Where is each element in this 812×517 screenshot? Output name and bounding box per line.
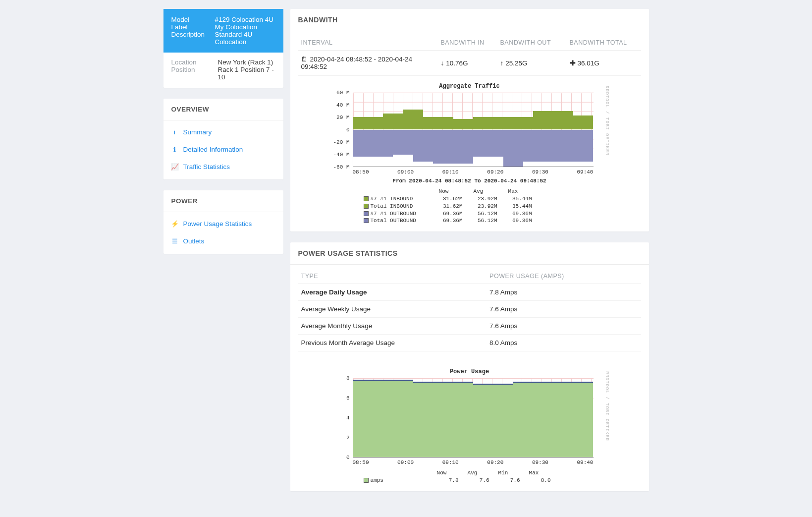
info-position-value: Rack 1 Position 7 - 10 <box>218 66 275 81</box>
power-panel: POWER ⚡ Power Usage Statistics ☰ Outlets <box>163 190 283 254</box>
bw-col-out: BANDWITH OUT <box>497 35 567 51</box>
sidebar-item-label: Power Usage Statistics <box>183 220 252 228</box>
plus-icon: ✚ <box>570 59 576 67</box>
sidebar-item-powerstats[interactable]: ⚡ Power Usage Statistics <box>163 215 283 232</box>
pw-usage: 8.0 Amps <box>487 335 641 351</box>
sidebar-item-outlets[interactable]: ☰ Outlets <box>163 232 283 250</box>
traffic-chart: Aggregate Traffic 60 M40 M20 M0-20 M-40 … <box>331 81 608 225</box>
table-row: Average Weekly Usage7.6 Amps <box>298 301 641 318</box>
rrdtool-label: RRDTOOL / TOBI OETIKER <box>604 86 609 156</box>
traffic-y-axis: 60 M40 M20 M0-20 M-40 M-60 M <box>331 93 352 167</box>
sidebar-item-label: Outlets <box>183 237 205 245</box>
power-card-title: POWER USAGE STATISTICS <box>290 242 649 265</box>
power-plot-area <box>353 378 594 458</box>
traffic-chart-title: Aggregate Traffic <box>331 83 608 90</box>
sidebar-item-summary[interactable]: i Summary <box>163 123 283 141</box>
table-row: 🗓2020-04-24 08:48:52 - 2020-04-24 09:48:… <box>298 51 641 76</box>
pw-col-usage: POWER USAGE (AMPS) <box>487 269 641 284</box>
power-table: TYPE POWER USAGE (AMPS) Average Daily Us… <box>298 269 641 351</box>
bw-col-total: BANDWITH TOTAL <box>567 35 641 51</box>
info-position-label: Position <box>171 66 218 81</box>
sidebar-item-label: Traffic Statistics <box>183 163 230 171</box>
colocation-info-card: Model#129 Colocation 4U LabelMy Colocati… <box>163 9 283 88</box>
traffic-legend: NowAvgMax#7 #1 INBOUND31.62M23.92M35.44M… <box>364 188 608 225</box>
pw-usage: 7.8 Amps <box>487 284 641 301</box>
bandwidth-table: INTERVAL BANDWITH IN BANDWITH OUT BANDWI… <box>298 35 641 76</box>
pw-usage: 7.6 Amps <box>487 318 641 335</box>
bandwidth-card: BANDWITH INTERVAL BANDWITH IN BANDWITH O… <box>290 9 649 231</box>
power-chart: Power Usage 86420 08:5009:0009:1009:2009… <box>331 366 608 484</box>
calendar-icon: 🗓 <box>301 56 308 63</box>
bw-total: 36.01G <box>578 59 599 67</box>
plug-icon: ⚡ <box>171 220 178 228</box>
traffic-chart-subtitle: From 2020-04-24 08:48:52 To 2020-04-24 0… <box>331 178 608 184</box>
rrdtool-label: RRDTOOL / TOBI OETIKER <box>604 371 609 441</box>
info-circle-icon: ℹ <box>171 146 178 153</box>
overview-panel: OVERVIEW i Summary ℹ Detailed Informatio… <box>163 99 283 179</box>
info-location-value: New York (Rack 1) <box>218 58 275 66</box>
list-icon: ☰ <box>171 237 178 245</box>
power-title: POWER <box>163 190 283 212</box>
arrow-up-icon: ↑ <box>500 59 504 67</box>
traffic-x-axis: 08:5009:0009:1009:2009:3009:40 <box>353 169 594 175</box>
info-icon: i <box>171 128 178 136</box>
info-location-label: Location <box>171 58 218 66</box>
pw-type: Previous Month Average Usage <box>298 335 487 351</box>
sidebar-item-label: Detailed Information <box>183 146 243 153</box>
overview-title: OVERVIEW <box>163 99 283 120</box>
arrow-down-icon: ↓ <box>441 59 444 67</box>
bandwidth-title: BANDWITH <box>290 9 649 31</box>
bw-col-interval: INTERVAL <box>298 35 438 51</box>
bw-interval: 2020-04-24 08:48:52 - 2020-04-24 09:48:5… <box>301 56 412 70</box>
pw-type: Average Daily Usage <box>298 284 487 301</box>
info-model-value: #129 Colocation 4U <box>215 16 275 23</box>
pw-col-type: TYPE <box>298 269 487 284</box>
pw-type: Average Weekly Usage <box>298 301 487 318</box>
traffic-plot-area <box>353 93 594 167</box>
power-legend: NowAvgMinMaxamps7.87.67.68.0 <box>364 469 608 484</box>
bw-col-in: BANDWITH IN <box>438 35 497 51</box>
sidebar-item-label: Summary <box>183 128 212 136</box>
bw-out: 25.25G <box>505 59 527 67</box>
info-label-value: My Colocation <box>215 23 275 31</box>
info-label-label: Label <box>171 23 215 31</box>
pw-usage: 7.6 Amps <box>487 301 641 318</box>
info-model-label: Model <box>171 16 215 23</box>
power-x-axis: 08:5009:0009:1009:2009:3009:40 <box>353 460 594 465</box>
info-desc-value: Standard 4U Colocation <box>215 31 275 46</box>
table-row: Previous Month Average Usage8.0 Amps <box>298 335 641 351</box>
threshold-line <box>353 93 594 93</box>
table-row: Average Daily Usage7.8 Amps <box>298 284 641 301</box>
sidebar-item-traffic[interactable]: 📈 Traffic Statistics <box>163 158 283 175</box>
info-desc-label: Description <box>171 31 215 46</box>
sidebar-item-details[interactable]: ℹ Detailed Information <box>163 141 283 158</box>
chart-line-icon: 📈 <box>171 163 178 171</box>
table-row: Average Monthly Usage7.6 Amps <box>298 318 641 335</box>
pw-type: Average Monthly Usage <box>298 318 487 335</box>
power-card: POWER USAGE STATISTICS TYPE POWER USAGE … <box>290 242 649 491</box>
power-chart-title: Power Usage <box>331 368 608 375</box>
bw-in: 10.76G <box>446 59 468 67</box>
power-y-axis: 86420 <box>331 378 352 453</box>
